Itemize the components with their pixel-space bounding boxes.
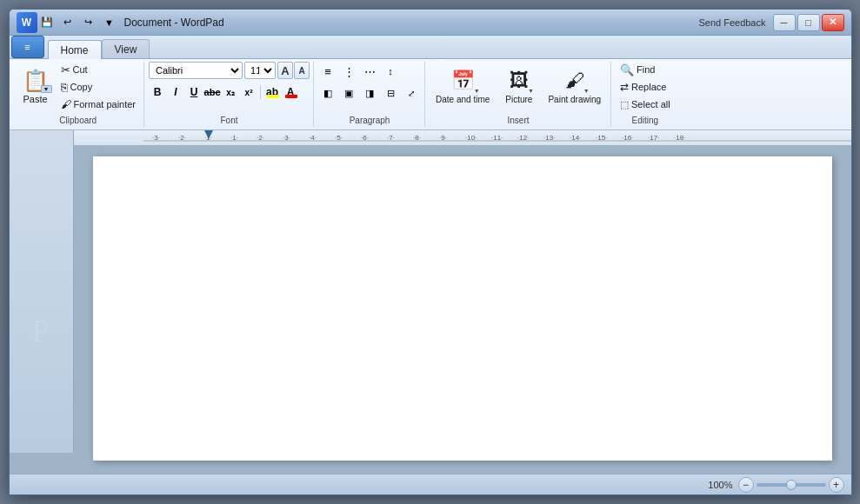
ribbon-content: 📋 ▼ Paste ✂ Cut ⎘ Copy	[10, 58, 851, 129]
paint-drawing-button[interactable]: 🖌 ▼ Paint drawing	[542, 62, 607, 112]
font-label: Font	[221, 116, 238, 125]
highlight-button[interactable]: ab	[263, 83, 281, 101]
svg-text:·16·: ·16·	[622, 134, 633, 142]
document-page[interactable]	[93, 156, 832, 461]
svg-text:·3·: ·3·	[283, 134, 290, 142]
format-painter-button[interactable]: 🖌 Format painter	[57, 96, 141, 112]
svg-text:·4·: ·4·	[309, 134, 317, 142]
select-all-button[interactable]: ⬚ Select all	[616, 96, 675, 112]
align-center-button[interactable]: ▣	[339, 83, 358, 103]
document-container: P ·3· ·2· ·1· ·1	[10, 130, 851, 474]
tab-view[interactable]: View	[102, 39, 150, 58]
svg-text:·18·: ·18·	[674, 134, 685, 142]
cut-button[interactable]: ✂ Cut	[57, 62, 141, 77]
align-indent-button[interactable]: ⋯	[360, 62, 379, 81]
svg-text:·15·: ·15·	[596, 134, 607, 142]
superscript-button[interactable]: x²	[240, 83, 257, 101]
strikethrough-button[interactable]: abc	[203, 83, 221, 101]
svg-text:·1·: ·1·	[204, 134, 212, 142]
maximize-button[interactable]: □	[797, 14, 820, 31]
quick-redo-btn[interactable]: ↪	[79, 15, 98, 30]
svg-text:·1·: ·1·	[230, 134, 238, 142]
clipboard-label: Clipboard	[59, 116, 97, 125]
quick-custom-btn[interactable]: ▼	[100, 15, 119, 30]
copy-button[interactable]: ⎘ Copy	[57, 79, 141, 95]
zoom-in-button[interactable]: +	[829, 477, 844, 493]
quick-undo-btn[interactable]: ↩	[58, 15, 77, 30]
zoom-out-button[interactable]: −	[738, 477, 754, 493]
line-spacing-button[interactable]: ↕	[381, 62, 400, 81]
window-controls: ─ □ ✕	[773, 14, 844, 31]
svg-text:·12·: ·12·	[517, 134, 529, 142]
subscript-button[interactable]: x₂	[222, 83, 239, 101]
svg-text:·8·: ·8·	[413, 134, 421, 142]
font-group: Calibri 11 A A B I U	[145, 62, 314, 127]
orb-button[interactable]: ≡	[11, 36, 44, 58]
font-size-select[interactable]: 11	[244, 62, 276, 79]
clipboard-group: 📋 ▼ Paste ✂ Cut ⎘ Copy	[13, 62, 145, 127]
align-left-button[interactable]: ◧	[318, 83, 337, 103]
date-time-button[interactable]: 📅 ▼ Date and time	[430, 62, 496, 112]
window-title: Document - WordPad	[124, 17, 699, 29]
document-scroll[interactable]	[74, 146, 851, 474]
tab-home[interactable]: Home	[48, 40, 102, 59]
svg-text:·11·: ·11·	[491, 134, 503, 142]
feedback-link[interactable]: Send Feedback	[698, 17, 765, 28]
svg-text:·7·: ·7·	[387, 134, 395, 142]
sidebar-letter-p: P	[32, 313, 50, 349]
svg-text:·3·: ·3·	[152, 134, 160, 142]
paragraph-group: ≡ ⋮ ⋯ ↕ ◧ ▣ ◨ ⊟ ⤢ Paragraph	[315, 62, 425, 127]
svg-text:·2·: ·2·	[257, 134, 264, 142]
minimize-button[interactable]: ─	[773, 14, 796, 31]
italic-button[interactable]: I	[167, 83, 184, 101]
status-bar: 100% − +	[10, 474, 851, 494]
tab-bar: ≡ Home View	[10, 36, 851, 58]
paste-button[interactable]: 📋 ▼ Paste	[17, 62, 55, 112]
insert-label: Insert	[508, 116, 530, 125]
svg-text:·13·: ·13·	[543, 134, 555, 142]
main-area: ·3· ·2· ·1· ·1· ·2· ·3· ·4· ·5· ·6· ·7· …	[74, 130, 851, 474]
main-window: W 💾 ↩ ↪ ▼ Document - WordPad Send Feedba…	[9, 9, 852, 495]
svg-text:·6·: ·6·	[361, 134, 369, 142]
svg-text:·9·: ·9·	[439, 134, 447, 142]
picture-button[interactable]: 🖼 ▼ Picture	[499, 62, 538, 112]
paragraph-expand-button[interactable]: ⤢	[402, 83, 421, 103]
ruler: ·3· ·2· ·1· ·1· ·2· ·3· ·4· ·5· ·6· ·7· …	[74, 130, 851, 146]
app-icon: W	[17, 12, 37, 33]
align-right-button[interactable]: ◨	[360, 83, 379, 103]
svg-text:·17·: ·17·	[648, 134, 659, 142]
svg-text:·14·: ·14·	[570, 134, 581, 142]
align-list-button[interactable]: ≡	[318, 62, 337, 81]
sidebar-area: P	[10, 130, 74, 453]
ribbon-area: ≡ Home View 📋 ▼ Past	[10, 36, 851, 130]
text-color-button[interactable]: A	[282, 83, 299, 101]
quick-save-btn[interactable]: 💾	[37, 15, 57, 30]
bold-button[interactable]: B	[149, 83, 166, 101]
font-shrink-button[interactable]: A	[294, 62, 310, 79]
paragraph-label: Paragraph	[350, 116, 390, 125]
align-ordered-button[interactable]: ⋮	[339, 62, 358, 81]
svg-text:·5·: ·5·	[335, 134, 343, 142]
zoom-slider[interactable]	[757, 483, 826, 487]
zoom-thumb[interactable]	[786, 480, 797, 490]
ruler-svg: ·3· ·2· ·1· ·1· ·2· ·3· ·4· ·5· ·6· ·7· …	[143, 130, 851, 146]
replace-button[interactable]: ⇄ Replace	[616, 79, 670, 95]
svg-text:·2·: ·2·	[178, 134, 186, 142]
close-button[interactable]: ✕	[822, 14, 844, 31]
align-justify-button[interactable]: ⊟	[381, 83, 400, 103]
svg-text:·10·: ·10·	[465, 134, 477, 142]
zoom-level-label: 100%	[708, 480, 732, 490]
font-name-select[interactable]: Calibri	[149, 62, 243, 79]
underline-button[interactable]: U	[185, 83, 203, 101]
find-button[interactable]: 🔍 Find	[616, 62, 659, 77]
insert-group: 📅 ▼ Date and time 🖼 ▼ Picture	[426, 62, 611, 127]
title-bar: W 💾 ↩ ↪ ▼ Document - WordPad Send Feedba…	[10, 10, 851, 36]
editing-group: 🔍 Find ⇄ Replace ⬚ Select all Editing	[612, 62, 678, 127]
font-grow-button[interactable]: A	[277, 62, 293, 79]
editing-label: Editing	[632, 116, 659, 125]
